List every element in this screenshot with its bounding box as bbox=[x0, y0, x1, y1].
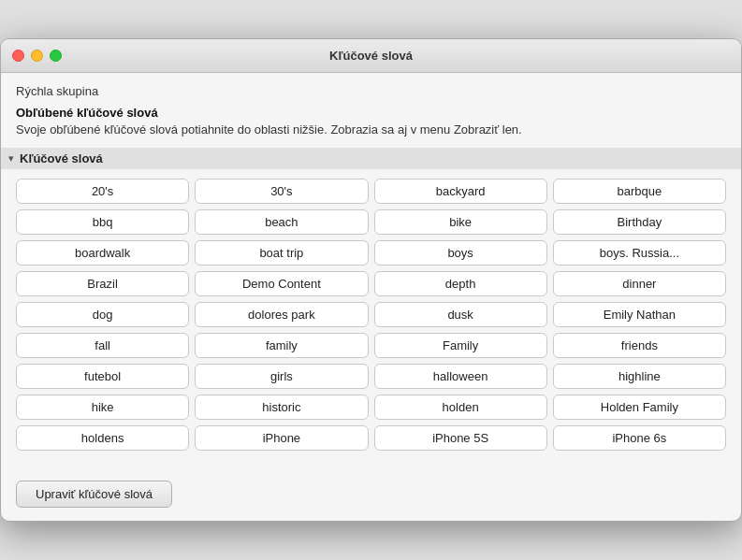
keyword-btn[interactable]: futebol bbox=[16, 364, 189, 389]
maximize-button[interactable] bbox=[50, 50, 62, 62]
minimize-button[interactable] bbox=[31, 50, 43, 62]
traffic-lights bbox=[12, 50, 62, 62]
keyword-btn[interactable]: bbq bbox=[16, 209, 189, 235]
keyword-btn[interactable]: barbque bbox=[553, 179, 726, 204]
keyword-btn[interactable]: halloween bbox=[374, 364, 547, 389]
keyword-btn[interactable]: fall bbox=[16, 333, 189, 358]
keywords-grid: 20's30'sbackyardbarbquebbqbeachbikeBirth… bbox=[16, 179, 726, 451]
keyword-btn[interactable]: Demo Content bbox=[195, 271, 368, 296]
keyword-btn[interactable]: beach bbox=[195, 209, 368, 235]
keyword-btn[interactable]: backyard bbox=[374, 179, 547, 204]
rychla-skupina-label: Rýchla skupina bbox=[16, 84, 726, 98]
keyword-btn[interactable]: family bbox=[195, 333, 368, 358]
footer: Upraviť kľúčové slová bbox=[1, 473, 741, 521]
keyword-btn[interactable]: boardwalk bbox=[16, 240, 189, 266]
keyword-btn[interactable]: iPhone bbox=[195, 425, 368, 451]
keyword-btn[interactable]: Holden Family bbox=[553, 395, 726, 420]
keyword-btn[interactable]: Brazil bbox=[16, 271, 189, 296]
titlebar: Kľúčové slová bbox=[1, 39, 741, 73]
keyword-btn[interactable]: dog bbox=[16, 302, 189, 327]
keyword-btn[interactable]: bike bbox=[374, 209, 547, 235]
keyword-btn[interactable]: historic bbox=[195, 395, 368, 420]
keyword-btn[interactable]: dinner bbox=[553, 271, 726, 296]
keyword-btn[interactable]: depth bbox=[374, 271, 547, 296]
keyword-btn[interactable]: holdens bbox=[16, 425, 189, 451]
keyword-btn[interactable]: hike bbox=[16, 395, 189, 420]
keyword-btn[interactable]: boys. Russia... bbox=[553, 240, 726, 266]
keyword-btn[interactable]: 30's bbox=[195, 179, 368, 204]
keyword-btn[interactable]: friends bbox=[553, 333, 726, 358]
collapse-arrow-icon: ▾ bbox=[8, 152, 14, 165]
keyword-btn[interactable]: boat trip bbox=[195, 240, 368, 266]
keyword-btn[interactable]: iPhone 6s bbox=[553, 425, 726, 451]
keywords-section-header: ▾ Kľúčové slová bbox=[1, 148, 741, 169]
window: Kľúčové slová Rýchla skupina Obľúbené kľ… bbox=[0, 38, 742, 522]
edit-keywords-button[interactable]: Upraviť kľúčové slová bbox=[16, 481, 172, 508]
keyword-btn[interactable]: Family bbox=[374, 333, 547, 358]
keyword-btn[interactable]: dusk bbox=[374, 302, 547, 327]
keyword-btn[interactable]: boys bbox=[374, 240, 547, 266]
keyword-btn[interactable]: dolores park bbox=[195, 302, 368, 327]
keyword-btn[interactable]: holden bbox=[374, 395, 547, 420]
close-button[interactable] bbox=[12, 50, 24, 62]
oblubene-desc: Svoje obľúbené kľúčové slová potiahnite … bbox=[16, 122, 726, 138]
oblubene-title: Obľúbené kľúčové slová bbox=[16, 106, 726, 120]
keyword-btn[interactable]: girls bbox=[195, 364, 368, 389]
keyword-btn[interactable]: Emily Nathan bbox=[553, 302, 726, 327]
main-content: Rýchla skupina Obľúbené kľúčové slová Sv… bbox=[1, 73, 741, 473]
keyword-btn[interactable]: iPhone 5S bbox=[374, 425, 547, 451]
keyword-btn[interactable]: Birthday bbox=[553, 209, 726, 235]
keyword-btn[interactable]: 20's bbox=[16, 179, 189, 204]
keyword-btn[interactable]: highline bbox=[553, 364, 726, 389]
window-title: Kľúčové slová bbox=[329, 49, 413, 63]
keywords-section-label: Kľúčové slová bbox=[20, 151, 103, 165]
